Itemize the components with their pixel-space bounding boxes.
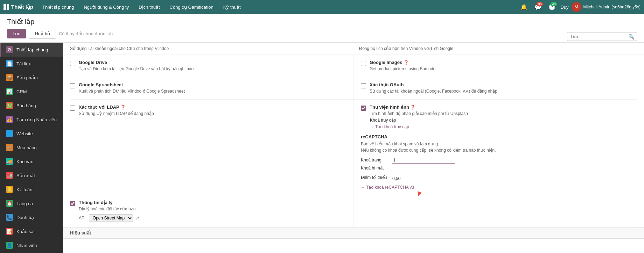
google-spreadsheet-content: Google Spreadsheet Xuất và phân tích Dữ …	[79, 82, 185, 94]
admin-user-menu[interactable]: M Mitchell Admin (sq6ha26gty5x)	[572, 2, 640, 12]
ldap-title: Xác thực với LDAP ❓	[79, 104, 154, 110]
sidebar-item-ke-toan[interactable]: 📒 Kế toán	[0, 182, 63, 196]
setting-ldap: Xác thực với LDAP ❓ Sử dụng Uỷ nhiệm LDA…	[70, 100, 354, 195]
location-title: Thông tin địa lý	[79, 200, 139, 205]
brand-title: Thiết lập	[11, 4, 33, 10]
google-drive-content: Google Drive Tạo và Đính kèm tài liệu Go…	[79, 60, 194, 72]
survey-icon: 📝	[6, 228, 13, 235]
location-checkbox[interactable]	[70, 201, 75, 206]
google-images-help-icon: ❓	[404, 60, 409, 65]
employee-icon: 👤	[6, 242, 13, 249]
page-title: Thiết lập	[7, 17, 637, 29]
recaptcha-fields: Khoá trang Khoá bí mật Điểm tối thiểu 0,…	[361, 156, 631, 190]
site-key-input[interactable]	[392, 156, 455, 164]
sidebar-item-tam-ung[interactable]: 💰 Tạm ứng Nhân viên	[0, 113, 63, 127]
sidebar-item-tai-lieu[interactable]: 📄 Tài liệu	[0, 57, 63, 71]
setting-google-images: Google Images ❓ Get product pictures usi…	[354, 55, 637, 77]
right-empty	[354, 195, 637, 227]
create-recaptcha-row: → Tạo khoá reCAPTCHA v3	[361, 185, 414, 190]
user-menu[interactable]: Duy	[560, 5, 568, 10]
api-text-label: API:	[79, 216, 87, 221]
sidebar-label: Danh bạ	[16, 215, 34, 220]
advance-icon: 💰	[6, 116, 13, 123]
site-key-row: Khoá trang	[361, 156, 631, 164]
setting-location: Thông tin địa lý Địa lý hoá các đối tác …	[70, 195, 354, 227]
product-icon: 📦	[6, 74, 13, 81]
notification-bell-button[interactable]: 🔔	[518, 1, 530, 13]
sidebar-label: CRM	[16, 89, 27, 94]
search-input[interactable]	[567, 32, 637, 41]
page-header: Thiết lập Lưu Huỷ bỏ Có thay đổi chưa đư…	[0, 14, 644, 43]
image-library-content: Thư viện hình ảnh ❓ Tìm hình ảnh độ phân…	[370, 104, 468, 117]
sidebar-item-khao-sat[interactable]: 📝 Khảo sát	[0, 224, 63, 238]
google-spreadsheet-checkbox[interactable]	[70, 83, 75, 88]
manufacture-icon: 🏭	[6, 172, 13, 179]
sidebar-item-tang-ca[interactable]: ⏰ Tăng ca	[0, 196, 63, 210]
scrolled-right-desc: Đồng bộ lịch của bạn trên Viindoo với Lị…	[354, 43, 637, 55]
row-gdrive-gimages: Google Drive Tạo và Đính kèm tài liệu Go…	[70, 55, 637, 77]
location-desc: Địa lý hoá các đối tác của bạn	[79, 206, 139, 212]
google-drive-desc: Tạo và Đính kèm tài liệu Google Drive và…	[79, 66, 194, 72]
nav-nguoi-dung[interactable]: Người dùng & Công ty	[79, 0, 133, 14]
admin-name: Mitchell Admin (sq6ha26gty5x)	[583, 5, 640, 9]
ldap-checkbox[interactable]	[70, 106, 75, 111]
sidebar-item-ban-hang[interactable]: 💹 Bán hàng	[0, 99, 63, 113]
cancel-button[interactable]: Huỷ bỏ	[29, 29, 56, 39]
sidebar-label: Bán hàng	[16, 103, 36, 108]
sidebar-label: Nhân viên	[16, 243, 37, 248]
image-library-help-icon: ❓	[410, 105, 415, 110]
contacts-icon: 📞	[6, 214, 13, 221]
section-header-performance: Hiệu suất	[63, 227, 644, 239]
sidebar-item-crm[interactable]: 📊 CRM	[0, 85, 63, 99]
oauth-checkbox[interactable]	[361, 83, 366, 88]
save-button[interactable]: Lưu	[7, 29, 26, 38]
purchase-icon: 🛒	[6, 144, 13, 151]
nav-ky-thuat[interactable]: Kỹ thuật	[219, 0, 245, 14]
google-drive-checkbox[interactable]	[70, 61, 75, 66]
ldap-content: Xác thực với LDAP ❓ Sử dụng Uỷ nhiệm LDA…	[79, 104, 154, 117]
sidebar-item-nhan-vien[interactable]: 👤 Nhân viên	[0, 238, 63, 252]
create-recaptcha-link[interactable]: → Tạo khoá reCAPTCHA v3	[361, 185, 414, 190]
accounting-icon: 📒	[6, 186, 13, 193]
content-area: Sử dụng Tài khoản ngoài cho Chữ chú tron…	[63, 43, 644, 253]
oauth-desc: Sử dụng các tài khoản ngoài (Google, Fac…	[370, 88, 497, 94]
ldap-help-icon: ❓	[120, 105, 126, 110]
nav-dich-thuat[interactable]: Dịch thuật	[134, 0, 164, 14]
create-access-key-link[interactable]: → Tạo khoá truy cập	[370, 124, 409, 129]
sidebar-label: Thiết lập chung	[16, 47, 48, 52]
recaptcha-subsection: reCAPTCHA Bảo vệ biểu mẫu khỏi spam và l…	[361, 134, 631, 190]
sidebar-item-kho-van[interactable]: 🚚 Kho vận	[0, 154, 63, 168]
nav-thiet-lap-chung[interactable]: Thiết lập chung	[38, 0, 78, 14]
sidebar-item-san-pham[interactable]: 📦 Sản phẩm	[0, 71, 63, 85]
external-link-icon[interactable]: ↗	[135, 215, 139, 221]
nav-gamification[interactable]: Công cụ Gamification	[166, 0, 218, 14]
navbar-right: 🔔 💬 30 🕐 43 Duy M Mitchell Admin (sq6ha2…	[518, 1, 640, 13]
row-ldap-imagelib: Xác thực với LDAP ❓ Sử dụng Uỷ nhiệm LDA…	[70, 100, 637, 195]
api-select[interactable]: Open Street Map	[89, 214, 133, 222]
sidebar-item-san-xuat[interactable]: 🏭 Sản xuất	[0, 168, 63, 182]
image-library-checkbox[interactable]	[361, 106, 366, 111]
sidebar-item-thiet-lap-chung[interactable]: ⚙ Thiết lập chung	[0, 43, 63, 57]
activities-button[interactable]: 🕐 43	[546, 1, 558, 13]
google-images-checkbox[interactable]	[361, 61, 366, 66]
sidebar-label: Sản phẩm	[16, 75, 38, 80]
access-key-section: Khoá truy cập → Tạo khoá truy cập	[370, 118, 631, 129]
page-actions: Lưu Huỷ bỏ Có thay đổi chưa được lưu	[7, 29, 637, 42]
recaptcha-desc2: Nếu không có khoá được cung cấp, sẽ khôn…	[361, 147, 631, 153]
ldap-desc: Sử dụng Uỷ nhiệm LDAP để đăng nhập	[79, 111, 154, 117]
sidebar-item-mua-hang[interactable]: 🛒 Mua hàng	[0, 140, 63, 154]
setting-image-library: Thư viện hình ảnh ❓ Tìm hình ảnh độ phân…	[354, 100, 637, 195]
secret-key-label: Khoá bí mật	[361, 166, 389, 171]
messages-button[interactable]: 💬 30	[532, 1, 544, 13]
google-images-desc: Get product pictures using Barcode	[370, 66, 435, 72]
access-key-label: Khoá truy cập	[370, 118, 631, 123]
sidebar-item-website[interactable]: 🌐 Website	[0, 127, 63, 140]
oauth-content: Xác thực OAuth Sử dụng các tài khoản ngo…	[370, 82, 497, 94]
image-lib-row: Thư viện hình ảnh ❓ Tìm hình ảnh độ phân…	[361, 104, 631, 117]
messages-badge: 30	[537, 2, 543, 6]
search-box: 🔍	[567, 32, 637, 41]
row-location: Thông tin địa lý Địa lý hoá các đối tác …	[70, 195, 637, 227]
sidebar-label: Khảo sát	[16, 229, 35, 234]
site-key-label: Khoá trang	[361, 158, 389, 162]
sidebar-item-danh-ba[interactable]: 📞 Danh bạ	[0, 210, 63, 224]
